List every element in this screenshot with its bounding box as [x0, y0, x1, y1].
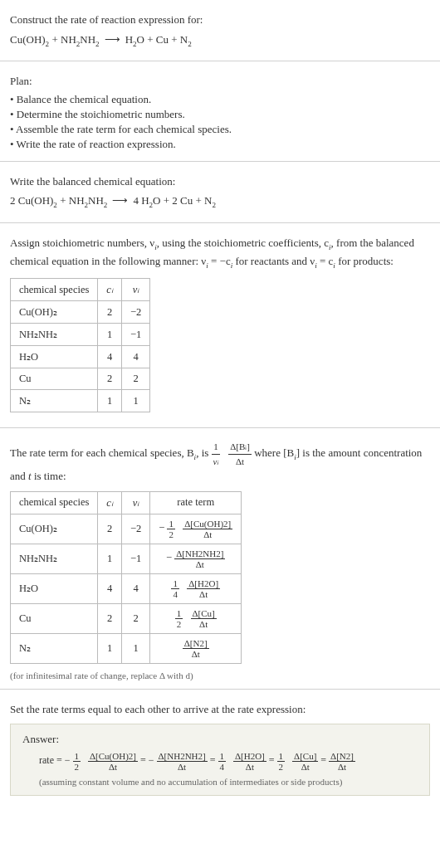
text: , using the stoichiometric coefficients,…: [157, 237, 329, 249]
text: = −c: [208, 255, 231, 267]
cell: 2: [121, 603, 149, 633]
col-ci: cᵢ: [98, 491, 122, 514]
rate-expr-title: Set the rate terms equal to each other t…: [10, 701, 430, 718]
eq-text: + NH: [49, 33, 76, 46]
cell: H₂O: [11, 573, 98, 603]
cell: 4: [98, 573, 122, 603]
eq-text: H: [125, 33, 133, 46]
balanced-title: Write the balanced chemical equation:: [10, 173, 430, 190]
eq-text: NH: [88, 194, 104, 207]
cell: −1: [121, 544, 149, 573]
cell: 2: [121, 368, 149, 390]
text: = −: [140, 754, 154, 766]
num: Δ[Bᵢ]: [228, 440, 252, 455]
col-species: chemical species: [11, 279, 98, 301]
section-balanced: Write the balanced chemical equation: 2 …: [0, 162, 440, 223]
infinitesimal-note: (for infinitesimal rate of change, repla…: [10, 671, 430, 680]
fraction: Δ[Cu(OH)2]Δt: [183, 519, 232, 539]
den: Δt: [228, 455, 252, 469]
fraction: Δ[Bᵢ]Δt: [228, 440, 252, 468]
fraction: 14: [218, 751, 227, 772]
cell: 1: [98, 390, 122, 412]
cell-rate: Δ[N2]Δt: [150, 633, 242, 663]
plan-bullet: • Balance the chemical equation.: [10, 93, 430, 106]
cell: 1: [121, 390, 149, 412]
cell: 4: [121, 346, 149, 368]
eq-text: + NH: [57, 194, 85, 207]
cell: NH₂NH₂: [11, 324, 98, 346]
fraction: 12: [277, 751, 286, 772]
plan-title: Plan:: [10, 73, 430, 90]
section-rate-expression: Set the rate terms equal to each other t…: [0, 690, 440, 808]
answer-label: Answer:: [22, 733, 418, 746]
construct-intro: Construct the rate of reaction expressio…: [10, 12, 430, 28]
den: νᵢ: [212, 455, 221, 469]
cell-rate: 12 Δ[Cu]Δt: [150, 603, 242, 633]
cell: H₂O: [11, 346, 98, 368]
eq-text: NH: [80, 33, 95, 46]
stoich-text: Assign stoichiometric numbers, νi, using…: [10, 235, 430, 271]
text: =: [320, 754, 329, 766]
fraction: Δ[NH2NH2]Δt: [174, 549, 225, 569]
cell: Cu(OH)₂: [11, 514, 98, 544]
answer-box: Answer: rate = − 12 Δ[Cu(OH)2]Δt = − Δ[N…: [10, 724, 430, 796]
eq-text: O + Cu + N: [137, 33, 188, 46]
text: Assign stoichiometric numbers, ν: [10, 237, 154, 249]
unbalanced-equation: Cu(OH)2 + NH2NH2⟶H2O + Cu + N2: [10, 33, 430, 48]
eq-text: 4 H: [133, 194, 149, 207]
table-row: NH₂NH₂1−1: [11, 324, 150, 346]
col-species: chemical species: [11, 491, 98, 514]
plan-bullet: • Write the rate of reaction expression.: [10, 138, 430, 151]
cell: N₂: [11, 633, 98, 663]
section-rate-terms: The rate term for each chemical species,…: [0, 428, 440, 690]
fraction: Δ[Cu]Δt: [191, 608, 217, 629]
cell: 2: [98, 603, 122, 633]
fraction: 12: [167, 519, 175, 539]
text: where [B: [254, 446, 294, 459]
fraction: 14: [171, 578, 179, 599]
stoich-table: chemical species cᵢ νᵢ Cu(OH)₂2−2 NH₂NH₂…: [10, 278, 150, 412]
cell: 2: [98, 301, 122, 324]
eq-sub: 2: [212, 201, 216, 209]
cell: 1: [121, 633, 149, 663]
eq-sub: 2: [95, 39, 100, 47]
sign: −: [159, 522, 164, 534]
text: rate = −: [39, 754, 71, 766]
table-row: H₂O 4 4 14 Δ[H2O]Δt: [11, 573, 242, 603]
rate-term-table: chemical species cᵢ νᵢ rate term Cu(OH)₂…: [10, 491, 242, 664]
plan-bullet: • Assemble the rate term for each chemic…: [10, 123, 430, 136]
col-ci: cᵢ: [98, 279, 122, 301]
rate-equation: rate = − 12 Δ[Cu(OH)2]Δt = − Δ[NH2NH2]Δt…: [39, 751, 418, 772]
fraction: Δ[NH2NH2]Δt: [157, 751, 208, 772]
text: , is: [196, 446, 211, 459]
col-vi: νᵢ: [121, 491, 149, 514]
cell: −2: [121, 514, 149, 544]
table-row: Cu 2 2 12 Δ[Cu]Δt: [11, 603, 242, 633]
cell: Cu(OH)₂: [11, 301, 98, 324]
fraction: Δ[H2O]Δt: [187, 578, 220, 599]
cell: NH₂NH₂: [11, 544, 98, 573]
cell: 1: [98, 544, 122, 573]
section-stoich: Assign stoichiometric numbers, νi, using…: [0, 223, 440, 428]
fraction: 12: [175, 608, 183, 629]
text: for products:: [335, 255, 394, 267]
cell: 2: [98, 368, 122, 390]
table-row: N₂ 1 1 Δ[N2]Δt: [11, 633, 242, 663]
num: 1: [212, 440, 221, 455]
table-row: N₂11: [11, 390, 150, 412]
cell-rate: − 12 Δ[Cu(OH)2]Δt: [150, 514, 242, 544]
plan-bullet: • Determine the stoichiometric numbers.: [10, 108, 430, 121]
cell: 2: [98, 514, 122, 544]
table-row: Cu(OH)₂2−2: [11, 301, 150, 324]
fraction: 1νᵢ: [212, 440, 221, 468]
table-row: Cu(OH)₂ 2 −2 − 12 Δ[Cu(OH)2]Δt: [11, 514, 242, 544]
cell: 1: [98, 324, 122, 346]
cell: N₂: [11, 390, 98, 412]
table-header-row: chemical species cᵢ νᵢ: [11, 279, 150, 301]
eq-text: 2 Cu(OH): [10, 194, 53, 207]
eq-text: Cu(OH): [10, 33, 46, 46]
cell: −2: [121, 301, 149, 324]
cell: Cu: [11, 603, 98, 633]
cell-rate: − Δ[NH2NH2]Δt: [150, 544, 242, 573]
balanced-equation: 2 Cu(OH)2 + NH2NH2⟶4 H2O + 2 Cu + N2: [10, 194, 430, 209]
